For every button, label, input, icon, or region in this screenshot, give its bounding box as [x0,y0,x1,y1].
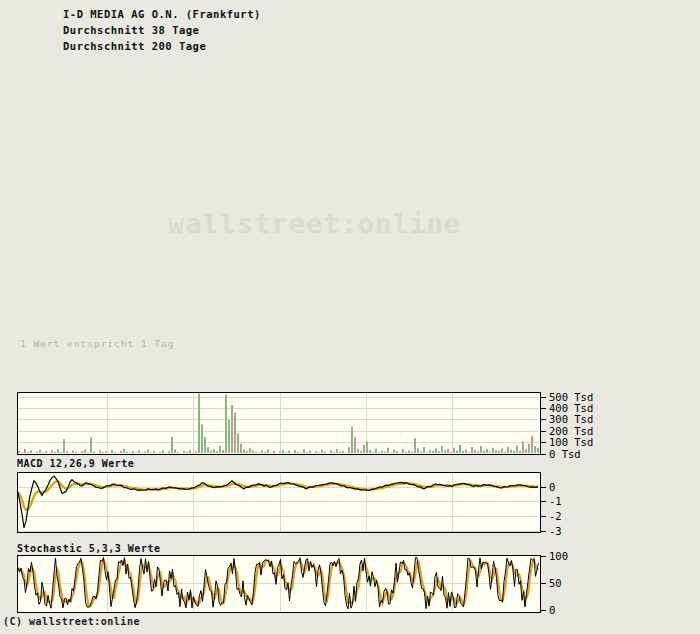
watermark-text: wallstreet:online [168,208,461,239]
legend-item: Durchschnitt 200 Tage [30,38,261,54]
y-tick-label: 0 Tsd [549,448,581,460]
macd-panel-title: MACD 12,26,9 Werte [17,458,134,469]
chart-page: wallstreet:online 1 Wert entspricht 1 Ta… [0,0,700,634]
y-tick-label: -2 [549,510,562,522]
series-color-swatch [30,42,53,51]
chart-legend: I-D MEDIA AG O.N. (Frankfurt) Durchschni… [30,6,261,54]
y-tick-label: -3 [549,525,562,537]
y-tick-label: 0 [549,604,555,616]
y-tick-label: 300 Tsd [549,413,593,425]
legend-item-label: Durchschnitt 200 Tage [63,40,206,52]
y-tick-label: 400 Tsd [549,402,593,414]
legend-item: Durchschnitt 38 Tage [30,22,261,38]
y-tick-label: 100 [549,550,568,562]
stochastic-panel-title: Stochastic 5,3,3 Werte [17,543,160,554]
y-tick-label: 200 Tsd [549,425,593,437]
y-tick-label: 100 Tsd [549,436,593,448]
legend-item-label: I-D MEDIA AG O.N. (Frankfurt) [63,8,261,20]
series-color-swatch [30,10,53,19]
y-tick-label: 0 [549,481,555,493]
footnote-label: 1 Wert entspricht 1 Tag [20,338,175,349]
y-tick-label: 50 [549,577,562,589]
legend-item: I-D MEDIA AG O.N. (Frankfurt) [30,6,261,22]
series-color-swatch [30,26,53,35]
charts-canvas: wallstreet:online 1 Wert entspricht 1 Ta… [0,0,700,634]
legend-item-label: Durchschnitt 38 Tage [63,24,199,36]
y-tick-label: -1 [549,495,562,507]
copyright-label: (C) wallstreet:online [3,616,140,627]
y-tick-label: 500 Tsd [549,391,593,403]
